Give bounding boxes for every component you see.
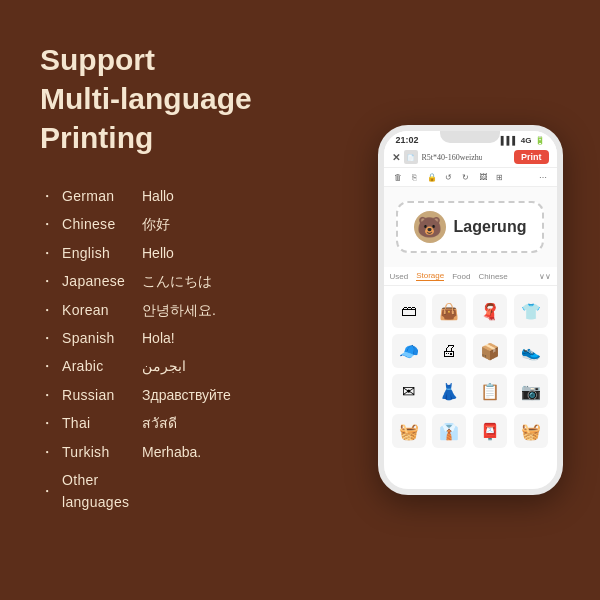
status-icons: ▌▌▌ 4G 🔋 [501,136,545,145]
language-name: Spanish [62,327,142,349]
left-panel: Support Multi-language Printing ・GermanH… [40,30,370,580]
language-translation: こんにちは [142,270,212,292]
phone-toolbar: ✕ 📄 R5t*40-160weizhuk... Print [384,147,557,168]
language-translation: ابجرمن [142,355,186,377]
grid-icon-1[interactable]: 🗃 [392,294,426,328]
tab-used[interactable]: Used [390,272,409,281]
grid-icon-16[interactable]: 🧺 [514,414,548,448]
bullet-point: ・ [40,299,54,321]
grid-icon-11[interactable]: 📋 [473,374,507,408]
language-item: ・Thaiสวัสดี [40,412,370,434]
language-translation: 你好 [142,213,170,235]
icon-grid: 🗃 👜 🧣 👕 🧢 🖨 📦 👟 ✉ 👗 📋 📷 🧺 👔 📮 🧺 [384,286,557,456]
language-name: Korean [62,299,142,321]
filename-label: R5t*40-160weizhuk... [422,153,482,162]
language-item: ・EnglishHello [40,242,370,264]
grid-icon-4[interactable]: 👕 [514,294,548,328]
battery-icon: 🔋 [535,136,545,145]
tab-chinese[interactable]: Chinese [478,272,507,281]
language-item: ・RussianЗдравствуйте [40,384,370,406]
right-panel: 21:02 ▌▌▌ 4G 🔋 ✕ 📄 R5t*40-160weizhuk... … [370,30,570,580]
grid-icon-7[interactable]: 📦 [473,334,507,368]
language-name: Arabic [62,355,142,377]
language-translation: 안녕하세요. [142,299,216,321]
lock-icon[interactable]: 🔒 [426,171,438,183]
category-tabs: Used Storage Food Chinese ∨∨ [384,267,557,286]
bullet-point: ・ [40,355,54,377]
phone-screen: 21:02 ▌▌▌ 4G 🔋 ✕ 📄 R5t*40-160weizhuk... … [384,131,557,489]
language-name: Japanese [62,270,142,292]
redo-icon[interactable]: ↻ [460,171,472,183]
grid-icon-3[interactable]: 🧣 [473,294,507,328]
language-item: ・TurkishMerhaba. [40,441,370,463]
copy-icon[interactable]: ⎘ [409,171,421,183]
bullet-point: ・ [40,213,54,235]
language-translation: Hello [142,242,174,264]
toolbar-left: ✕ 📄 R5t*40-160weizhuk... [392,150,482,164]
language-translation: Merhaba. [142,441,201,463]
bullet-point: ・ [40,384,54,406]
grid-icon-13[interactable]: 🧺 [392,414,426,448]
page-title: Support Multi-language Printing [40,40,370,157]
language-translation: สวัสดี [142,412,177,434]
language-item: ・Arabicابجرمن [40,355,370,377]
tab-storage[interactable]: Storage [416,271,444,281]
grid-icon-2[interactable]: 👜 [432,294,466,328]
more-icon[interactable]: ⋯ [537,171,549,183]
network-type: 4G [521,136,532,145]
bullet-point: ・ [40,185,54,207]
language-translation: Здравствуйте [142,384,231,406]
grid-icon-10[interactable]: 👗 [432,374,466,408]
phone-mockup: 21:02 ▌▌▌ 4G 🔋 ✕ 📄 R5t*40-160weizhuk... … [378,125,563,495]
tabs-expand-icon[interactable]: ∨∨ [539,272,551,281]
grid-icon-15[interactable]: 📮 [473,414,507,448]
language-translation: Hola! [142,327,175,349]
grid-icon-9[interactable]: ✉ [392,374,426,408]
image-icon[interactable]: 🖼 [477,171,489,183]
layers-icon[interactable]: ⊞ [494,171,506,183]
time-display: 21:02 [396,135,419,145]
language-name: Russian [62,384,142,406]
close-button[interactable]: ✕ [392,152,400,163]
canvas-area[interactable]: 🐻 Lagerung [384,187,557,267]
language-name: English [62,242,142,264]
label-text: Lagerung [454,218,527,236]
language-item: ・GermanHallo [40,185,370,207]
bullet-point: ・ [40,327,54,349]
language-name: Chinese [62,213,142,235]
bullet-point: ・ [40,270,54,292]
language-name: Turkish [62,441,142,463]
language-name: Thai [62,412,142,434]
grid-icon-14[interactable]: 👔 [432,414,466,448]
main-container: Support Multi-language Printing ・GermanH… [0,0,600,600]
language-item: ・Japaneseこんにちは [40,270,370,292]
language-item: ・Chinese你好 [40,213,370,235]
bullet-point: ・ [40,441,54,463]
language-item: ・Korean안녕하세요. [40,299,370,321]
bear-sticker: 🐻 [414,211,446,243]
file-icon: 📄 [404,150,418,164]
language-name: German [62,185,142,207]
phone-notch [440,131,500,143]
trash-icon[interactable]: 🗑 [392,171,404,183]
print-button[interactable]: Print [514,150,549,164]
icons-bar: 🗑 ⎘ 🔒 ↺ ↻ 🖼 ⊞ ⋯ [384,168,557,187]
language-translation: Hallo [142,185,174,207]
language-item: ・SpanishHola! [40,327,370,349]
language-item: ・Other languages [40,469,370,514]
grid-icon-8[interactable]: 👟 [514,334,548,368]
tab-food[interactable]: Food [452,272,470,281]
bullet-point: ・ [40,242,54,264]
label-preview: 🐻 Lagerung [396,201,545,253]
language-list: ・GermanHallo・Chinese你好・EnglishHello・Japa… [40,185,370,514]
bullet-point: ・ [40,412,54,434]
language-name: Other languages [62,469,142,514]
undo-icon[interactable]: ↺ [443,171,455,183]
grid-icon-12[interactable]: 📷 [514,374,548,408]
grid-icon-5[interactable]: 🧢 [392,334,426,368]
grid-icon-6[interactable]: 🖨 [432,334,466,368]
bullet-point: ・ [40,480,54,502]
signal-bars: ▌▌▌ [501,136,518,145]
